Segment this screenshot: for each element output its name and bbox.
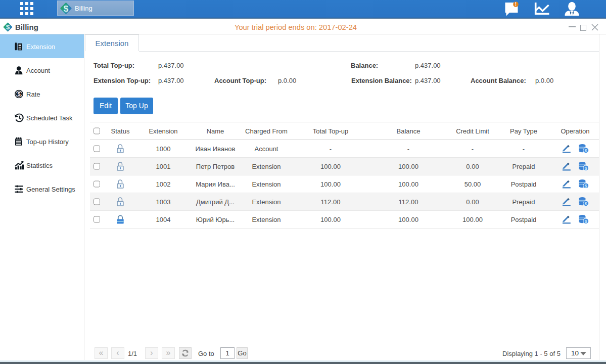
svg-text:$: $ xyxy=(585,184,587,189)
svg-text:!: ! xyxy=(515,2,517,7)
svg-text:$: $ xyxy=(17,91,20,97)
svg-text:$: $ xyxy=(585,201,587,206)
svg-text:$: $ xyxy=(64,4,69,14)
svg-text:$: $ xyxy=(585,219,587,224)
svg-text:$: $ xyxy=(585,166,587,171)
svg-text:$: $ xyxy=(6,23,10,31)
svg-text:$: $ xyxy=(585,148,587,153)
